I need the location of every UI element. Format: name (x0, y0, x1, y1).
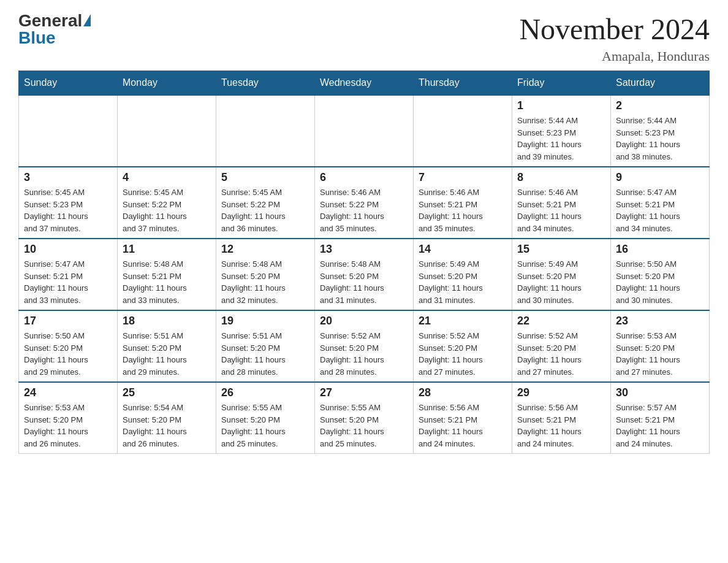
day-number: 7 (419, 171, 507, 184)
day-info: Sunrise: 5:55 AM Sunset: 5:20 PM Dayligh… (320, 402, 408, 450)
calendar-cell: 1Sunrise: 5:44 AM Sunset: 5:23 PM Daylig… (512, 95, 611, 167)
day-info: Sunrise: 5:45 AM Sunset: 5:22 PM Dayligh… (123, 186, 211, 234)
calendar-cell: 12Sunrise: 5:48 AM Sunset: 5:20 PM Dayli… (216, 239, 315, 310)
day-number: 21 (419, 315, 507, 327)
calendar-cell: 16Sunrise: 5:50 AM Sunset: 5:20 PM Dayli… (611, 239, 710, 310)
day-info: Sunrise: 5:50 AM Sunset: 5:20 PM Dayligh… (24, 330, 112, 378)
day-info: Sunrise: 5:53 AM Sunset: 5:20 PM Dayligh… (616, 330, 704, 378)
weekday-header-saturday: Saturday (611, 71, 710, 96)
day-info: Sunrise: 5:48 AM Sunset: 5:21 PM Dayligh… (123, 258, 211, 306)
weekday-header-wednesday: Wednesday (315, 71, 414, 96)
calendar-week-row: 17Sunrise: 5:50 AM Sunset: 5:20 PM Dayli… (19, 310, 710, 382)
day-info: Sunrise: 5:52 AM Sunset: 5:20 PM Dayligh… (517, 330, 605, 378)
day-info: Sunrise: 5:56 AM Sunset: 5:21 PM Dayligh… (517, 402, 605, 450)
logo: General Blue (18, 12, 91, 47)
weekday-header-thursday: Thursday (414, 71, 512, 96)
day-info: Sunrise: 5:44 AM Sunset: 5:23 PM Dayligh… (517, 115, 605, 163)
calendar-cell: 18Sunrise: 5:51 AM Sunset: 5:20 PM Dayli… (118, 310, 216, 382)
day-number: 5 (221, 171, 309, 184)
calendar-cell (19, 95, 118, 167)
calendar-cell: 4Sunrise: 5:45 AM Sunset: 5:22 PM Daylig… (118, 167, 216, 239)
day-info: Sunrise: 5:46 AM Sunset: 5:22 PM Dayligh… (320, 186, 408, 234)
calendar-cell: 21Sunrise: 5:52 AM Sunset: 5:20 PM Dayli… (414, 310, 512, 382)
logo-blue-text: Blue (18, 29, 91, 47)
calendar-cell: 17Sunrise: 5:50 AM Sunset: 5:20 PM Dayli… (19, 310, 118, 382)
day-info: Sunrise: 5:47 AM Sunset: 5:21 PM Dayligh… (24, 258, 112, 306)
day-number: 25 (123, 386, 211, 399)
calendar-cell: 27Sunrise: 5:55 AM Sunset: 5:20 PM Dayli… (315, 382, 414, 454)
calendar-cell (216, 95, 315, 167)
day-number: 15 (517, 243, 605, 256)
calendar-cell (414, 95, 512, 167)
calendar-cell: 11Sunrise: 5:48 AM Sunset: 5:21 PM Dayli… (118, 239, 216, 310)
day-number: 8 (517, 171, 605, 184)
weekday-header-tuesday: Tuesday (216, 71, 315, 96)
day-info: Sunrise: 5:49 AM Sunset: 5:20 PM Dayligh… (517, 258, 605, 306)
calendar-cell: 20Sunrise: 5:52 AM Sunset: 5:20 PM Dayli… (315, 310, 414, 382)
logo-top-line: General (18, 12, 91, 29)
day-info: Sunrise: 5:45 AM Sunset: 5:23 PM Dayligh… (24, 186, 112, 234)
calendar-cell: 15Sunrise: 5:49 AM Sunset: 5:20 PM Dayli… (512, 239, 611, 310)
day-info: Sunrise: 5:49 AM Sunset: 5:20 PM Dayligh… (419, 258, 507, 306)
day-number: 4 (123, 171, 211, 184)
calendar-cell: 22Sunrise: 5:52 AM Sunset: 5:20 PM Dayli… (512, 310, 611, 382)
day-info: Sunrise: 5:56 AM Sunset: 5:21 PM Dayligh… (419, 402, 507, 450)
weekday-header-row: SundayMondayTuesdayWednesdayThursdayFrid… (19, 71, 710, 96)
calendar-cell: 10Sunrise: 5:47 AM Sunset: 5:21 PM Dayli… (19, 239, 118, 310)
day-number: 22 (517, 315, 605, 327)
calendar-week-row: 3Sunrise: 5:45 AM Sunset: 5:23 PM Daylig… (19, 167, 710, 239)
day-info: Sunrise: 5:45 AM Sunset: 5:22 PM Dayligh… (221, 186, 309, 234)
calendar-cell: 8Sunrise: 5:46 AM Sunset: 5:21 PM Daylig… (512, 167, 611, 239)
day-number: 13 (320, 243, 408, 256)
day-number: 30 (616, 386, 704, 399)
day-info: Sunrise: 5:48 AM Sunset: 5:20 PM Dayligh… (320, 258, 408, 306)
calendar-cell: 14Sunrise: 5:49 AM Sunset: 5:20 PM Dayli… (414, 239, 512, 310)
day-number: 3 (24, 171, 112, 184)
day-number: 17 (24, 315, 112, 327)
calendar-cell: 30Sunrise: 5:57 AM Sunset: 5:21 PM Dayli… (611, 382, 710, 454)
day-number: 29 (517, 386, 605, 399)
day-info: Sunrise: 5:54 AM Sunset: 5:20 PM Dayligh… (123, 402, 211, 450)
day-number: 19 (221, 315, 309, 327)
logo-general-text: General (18, 12, 82, 29)
day-info: Sunrise: 5:52 AM Sunset: 5:20 PM Dayligh… (320, 330, 408, 378)
day-number: 16 (616, 243, 704, 256)
calendar-cell: 28Sunrise: 5:56 AM Sunset: 5:21 PM Dayli… (414, 382, 512, 454)
day-info: Sunrise: 5:50 AM Sunset: 5:20 PM Dayligh… (616, 258, 704, 306)
calendar-week-row: 24Sunrise: 5:53 AM Sunset: 5:20 PM Dayli… (19, 382, 710, 454)
day-number: 14 (419, 243, 507, 256)
calendar-cell: 2Sunrise: 5:44 AM Sunset: 5:23 PM Daylig… (611, 95, 710, 167)
calendar-cell: 5Sunrise: 5:45 AM Sunset: 5:22 PM Daylig… (216, 167, 315, 239)
calendar-cell: 3Sunrise: 5:45 AM Sunset: 5:23 PM Daylig… (19, 167, 118, 239)
page-header: General Blue November 2024 Amapala, Hond… (18, 12, 710, 64)
day-info: Sunrise: 5:46 AM Sunset: 5:21 PM Dayligh… (419, 186, 507, 234)
day-info: Sunrise: 5:55 AM Sunset: 5:20 PM Dayligh… (221, 402, 309, 450)
day-info: Sunrise: 5:53 AM Sunset: 5:20 PM Dayligh… (24, 402, 112, 450)
calendar-cell: 7Sunrise: 5:46 AM Sunset: 5:21 PM Daylig… (414, 167, 512, 239)
day-info: Sunrise: 5:52 AM Sunset: 5:20 PM Dayligh… (419, 330, 507, 378)
title-area: November 2024 Amapala, Honduras (519, 12, 710, 64)
logo-triangle-icon (83, 14, 91, 26)
day-number: 9 (616, 171, 704, 184)
day-number: 26 (221, 386, 309, 399)
calendar-table: SundayMondayTuesdayWednesdayThursdayFrid… (18, 71, 710, 454)
calendar-cell: 23Sunrise: 5:53 AM Sunset: 5:20 PM Dayli… (611, 310, 710, 382)
calendar-title: November 2024 (519, 12, 710, 46)
day-info: Sunrise: 5:57 AM Sunset: 5:21 PM Dayligh… (616, 402, 704, 450)
weekday-header-monday: Monday (118, 71, 216, 96)
day-info: Sunrise: 5:46 AM Sunset: 5:21 PM Dayligh… (517, 186, 605, 234)
day-number: 18 (123, 315, 211, 327)
day-number: 27 (320, 386, 408, 399)
day-number: 28 (419, 386, 507, 399)
day-number: 10 (24, 243, 112, 256)
calendar-subtitle: Amapala, Honduras (519, 48, 710, 64)
day-number: 11 (123, 243, 211, 256)
day-number: 20 (320, 315, 408, 327)
day-number: 2 (616, 99, 704, 112)
calendar-cell (118, 95, 216, 167)
calendar-cell: 24Sunrise: 5:53 AM Sunset: 5:20 PM Dayli… (19, 382, 118, 454)
day-number: 1 (517, 99, 605, 112)
day-info: Sunrise: 5:47 AM Sunset: 5:21 PM Dayligh… (616, 186, 704, 234)
calendar-cell: 6Sunrise: 5:46 AM Sunset: 5:22 PM Daylig… (315, 167, 414, 239)
calendar-cell: 19Sunrise: 5:51 AM Sunset: 5:20 PM Dayli… (216, 310, 315, 382)
